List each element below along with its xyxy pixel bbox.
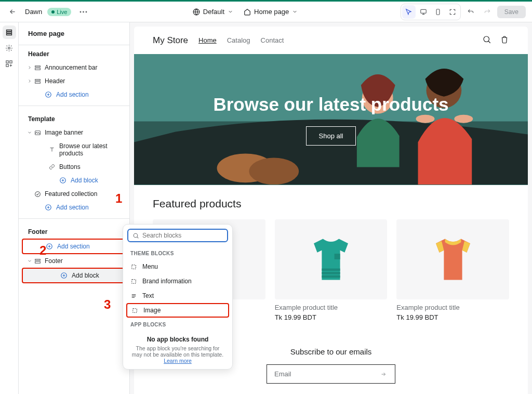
subscribe-title: Subscribe to our emails bbox=[290, 347, 372, 356]
no-app-blocks: No app blocks found bbox=[123, 331, 232, 345]
theme-settings-icon[interactable] bbox=[3, 41, 16, 55]
text-icon bbox=[130, 293, 137, 299]
fullscreen-icon[interactable] bbox=[446, 5, 459, 19]
nav-contact[interactable]: Contact bbox=[261, 36, 284, 44]
sidebar-item-announcement[interactable]: Announcement bar bbox=[19, 61, 129, 74]
section-icon bbox=[34, 78, 41, 85]
product-card[interactable]: Example product title Tk 19.99 BDT bbox=[396, 219, 509, 321]
sidebar-item-header[interactable]: Header bbox=[19, 74, 129, 88]
email-field[interactable]: Email bbox=[267, 364, 395, 384]
block-icon bbox=[131, 307, 138, 314]
product-card[interactable]: Example product title Tk 19.99 BDT bbox=[275, 219, 388, 321]
svg-rect-5 bbox=[436, 9, 440, 15]
arrow-right-icon bbox=[379, 371, 388, 377]
image-icon bbox=[34, 129, 41, 136]
cart-icon[interactable] bbox=[500, 35, 509, 46]
svg-rect-16 bbox=[35, 82, 41, 83]
plus-circle-icon bbox=[45, 91, 52, 98]
svg-rect-15 bbox=[35, 79, 41, 80]
store-brand: My Store bbox=[153, 35, 188, 46]
add-block-footer[interactable]: Add block bbox=[23, 269, 125, 282]
hero-illustration bbox=[134, 54, 528, 185]
chevron-right-icon bbox=[27, 78, 32, 84]
theme-blocks-heading: THEME BLOCKS bbox=[123, 246, 232, 259]
svg-point-33 bbox=[416, 115, 435, 123]
undo-icon[interactable] bbox=[464, 5, 477, 19]
svg-rect-6 bbox=[7, 30, 12, 31]
search-input[interactable] bbox=[142, 232, 223, 239]
add-block-banner[interactable]: Add block bbox=[19, 174, 129, 187]
plus-circle-icon bbox=[45, 204, 52, 211]
desktop-icon[interactable] bbox=[417, 5, 430, 19]
app-blocks-help: The app block you're searching for may n… bbox=[123, 345, 232, 364]
chevron-down-icon bbox=[27, 258, 32, 264]
svg-rect-40 bbox=[322, 272, 340, 274]
link-icon bbox=[49, 164, 55, 170]
mobile-icon[interactable] bbox=[431, 5, 445, 19]
block-icon bbox=[130, 278, 137, 285]
block-picker-popup: THEME BLOCKS Menu Brand information Text… bbox=[123, 224, 233, 370]
save-button[interactable]: Save bbox=[497, 6, 526, 18]
annotation-3: 3 bbox=[104, 297, 111, 312]
add-section-header[interactable]: Add section bbox=[19, 88, 129, 101]
chevron-down-icon bbox=[228, 9, 233, 15]
sidebar-item-banner-buttons[interactable]: Buttons bbox=[19, 160, 129, 174]
svg-rect-39 bbox=[322, 269, 340, 271]
sidebar-item-banner-heading[interactable]: Browse our latest products bbox=[19, 139, 129, 160]
svg-rect-11 bbox=[10, 60, 12, 62]
learn-more-link[interactable]: Learn more bbox=[164, 358, 192, 364]
chevron-down-icon bbox=[27, 130, 32, 135]
page-selector[interactable]: Home page bbox=[244, 8, 298, 16]
block-option-text[interactable]: Text bbox=[123, 288, 232, 303]
sidebar-item-footer[interactable]: Footer bbox=[19, 254, 129, 268]
block-option-brand[interactable]: Brand information bbox=[123, 274, 232, 288]
apps-icon[interactable] bbox=[3, 57, 16, 70]
svg-rect-38 bbox=[335, 254, 340, 259]
icon-rail bbox=[0, 22, 19, 394]
svg-rect-13 bbox=[35, 65, 41, 67]
text-icon bbox=[49, 147, 55, 153]
hero-cta-button[interactable]: Shop all bbox=[306, 126, 356, 146]
svg-rect-7 bbox=[7, 32, 12, 33]
hero-title: Browse our latest products bbox=[213, 94, 448, 115]
page-title: Home page bbox=[19, 22, 129, 45]
sections-icon[interactable] bbox=[3, 25, 16, 39]
redo-icon[interactable] bbox=[481, 5, 494, 19]
more-icon[interactable] bbox=[76, 5, 90, 19]
section-icon bbox=[34, 64, 41, 71]
inspector-icon[interactable] bbox=[402, 5, 416, 19]
group-header: Header bbox=[19, 45, 129, 61]
plus-circle-icon bbox=[46, 243, 53, 250]
block-icon bbox=[130, 264, 137, 270]
search-input-wrapper[interactable] bbox=[127, 229, 228, 242]
sidebar: Home page Header Announcement bar Header… bbox=[19, 22, 130, 394]
svg-point-1 bbox=[83, 11, 84, 12]
sidebar-item-featured-collection[interactable]: Featured collection bbox=[19, 187, 129, 201]
plus-circle-icon bbox=[60, 272, 68, 279]
globe-icon bbox=[193, 8, 200, 16]
app-blocks-heading: APP BLOCKS bbox=[123, 318, 232, 331]
svg-rect-23 bbox=[35, 259, 41, 260]
svg-rect-24 bbox=[35, 261, 41, 263]
channel-selector[interactable]: Default bbox=[193, 8, 233, 16]
annotation-2: 2 bbox=[39, 243, 46, 258]
nav-catalog[interactable]: Catalog bbox=[227, 36, 250, 44]
svg-rect-41 bbox=[322, 275, 340, 278]
svg-point-42 bbox=[134, 233, 138, 238]
svg-point-20 bbox=[35, 191, 41, 196]
status-badge: Live bbox=[47, 8, 71, 16]
section-icon bbox=[34, 258, 41, 265]
sidebar-item-image-banner[interactable]: Image banner bbox=[19, 126, 129, 139]
block-option-image[interactable]: Image bbox=[126, 303, 229, 318]
nav-home[interactable]: Home bbox=[198, 36, 217, 44]
svg-rect-45 bbox=[133, 308, 137, 312]
svg-point-34 bbox=[454, 115, 473, 123]
add-section-template[interactable]: Add section bbox=[19, 201, 129, 214]
add-section-footer[interactable]: Add section bbox=[23, 240, 125, 253]
svg-rect-4 bbox=[420, 9, 426, 13]
search-icon[interactable] bbox=[482, 35, 491, 46]
block-option-menu[interactable]: Menu bbox=[123, 259, 232, 274]
exit-icon[interactable] bbox=[6, 5, 20, 19]
svg-rect-10 bbox=[6, 60, 8, 62]
group-footer: Footer bbox=[19, 223, 129, 239]
